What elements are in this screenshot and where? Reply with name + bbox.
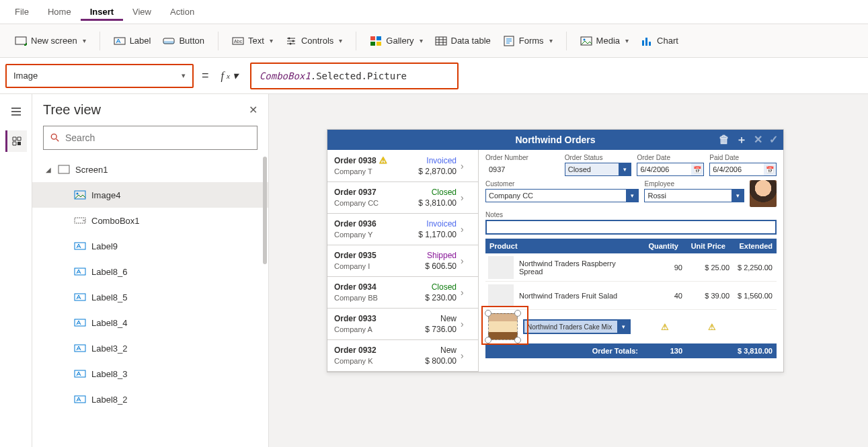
order-number: Order 0938 ⚠ — [334, 155, 414, 165]
calendar-icon: 📅 — [764, 163, 776, 175]
resize-handle[interactable] — [485, 310, 491, 317]
chevron-down-icon: ▾ — [270, 37, 273, 44]
product-row[interactable]: Northwind Traders Raspberry Spread90$ 25… — [485, 253, 777, 282]
menu-action[interactable]: Action — [161, 3, 204, 21]
tree-view-title: Tree view — [43, 102, 101, 118]
tree-item-combobox1[interactable]: ComboBox1 — [32, 208, 268, 233]
label-button[interactable]: Label — [110, 32, 155, 50]
menu-view[interactable]: View — [123, 3, 161, 21]
totals-row: Order Totals: 130 $ 3,810.00 — [485, 343, 777, 358]
tree-item-label8_5[interactable]: Label8_5 — [32, 284, 268, 310]
svg-rect-13 — [436, 37, 446, 45]
fx-button[interactable]: fx ▾ — [217, 64, 242, 88]
product-combobox[interactable]: Northwind Traders Cake Mix ▾ — [523, 319, 631, 334]
chevron-down-icon: ▾ — [617, 321, 629, 333]
controls-dropdown[interactable]: Controls ▾ — [281, 32, 346, 50]
order-status: Shipped — [425, 251, 457, 260]
plus-icon[interactable]: ＋ — [736, 134, 747, 145]
paid-date-input[interactable]: 6/4/2006 📅 — [709, 163, 777, 176]
order-amount: $ 800.00 — [425, 356, 457, 366]
notes-input[interactable] — [485, 220, 777, 235]
tree-item-label: Label8_4 — [91, 318, 128, 328]
order-status: New — [425, 314, 457, 323]
svg-rect-19 — [649, 42, 651, 46]
order-list-item[interactable]: Order 0938 ⚠Invoiced›Company T$ 2,870.00 — [327, 150, 478, 182]
screen-icon — [15, 35, 27, 47]
totals-label: Order Totals: — [485, 347, 642, 355]
menu-insert[interactable]: Insert — [81, 3, 123, 21]
tree-item-label9[interactable]: Label9 — [32, 233, 268, 259]
main-area: Tree view ✕ ◢Screen1Image4ComboBox1Label… — [0, 94, 868, 447]
tree-item-image4[interactable]: Image4 — [32, 182, 268, 208]
tree-item-label8_2[interactable]: Label8_2 — [32, 387, 268, 412]
tree-item-label8_6[interactable]: Label8_6 — [32, 259, 268, 284]
chevron-right-icon: › — [461, 350, 471, 361]
tree-item-label8_3[interactable]: Label8_3 — [32, 361, 268, 387]
order-list-item[interactable]: Order 0935Shipped›Company I$ 606.50 — [327, 245, 478, 277]
order-list-item[interactable]: Order 0937Closed›Company CC$ 3,810.00 — [327, 182, 478, 214]
gallery-dropdown[interactable]: Gallery ▾ — [366, 32, 426, 50]
resize-handle[interactable] — [514, 337, 521, 343]
menu-file[interactable]: File — [5, 3, 38, 21]
order-amount: $ 3,810.00 — [418, 198, 457, 208]
check-icon[interactable]: ✓ — [769, 134, 778, 145]
tree-item-label8_4[interactable]: Label8_4 — [32, 310, 268, 335]
formula-input[interactable]: ComboBox1.Selected.Picture — [250, 63, 459, 89]
employee-select[interactable]: Rossi ▾ — [644, 189, 744, 202]
order-list[interactable]: Order 0938 ⚠Invoiced›Company T$ 2,870.00… — [327, 150, 479, 372]
product-row[interactable]: Northwind Traders Fruit Salad40$ 39.00$ … — [485, 282, 777, 310]
treeview-rail-button[interactable] — [5, 130, 27, 152]
chart-dropdown[interactable]: Chart — [637, 32, 682, 50]
new-screen-label: New screen — [31, 36, 77, 46]
col-unit-price: Unit Price — [682, 242, 729, 250]
tree-search-input[interactable] — [65, 132, 250, 143]
order-company: Company I — [334, 262, 421, 270]
datatable-button[interactable]: Data table — [431, 32, 495, 50]
selected-image-control[interactable] — [488, 313, 518, 340]
order-list-item[interactable]: Order 0934Closed›Company BB$ 230.00 — [327, 277, 478, 309]
employee-value: Rossi — [645, 192, 669, 200]
forms-dropdown[interactable]: Forms ▾ — [499, 32, 557, 50]
scrollbar-thumb[interactable] — [263, 157, 267, 264]
chevron-down-icon: ▾ — [626, 190, 638, 202]
employee-avatar — [750, 180, 777, 207]
resize-handle[interactable] — [514, 310, 521, 317]
tree-item-label: Screen1 — [75, 165, 108, 175]
tree-item-label3_2[interactable]: Label3_2 — [32, 335, 268, 361]
chevron-down-icon: ▾ — [619, 163, 631, 175]
gallery-icon — [370, 35, 382, 47]
menu-home[interactable]: Home — [38, 3, 81, 21]
order-number-value: 0937 — [485, 163, 559, 176]
media-dropdown[interactable]: Media ▾ — [576, 32, 633, 50]
tree-search[interactable] — [43, 126, 258, 150]
resize-handle[interactable] — [485, 337, 491, 343]
totals-qty: 130 — [642, 347, 682, 355]
app-title: Northwind Orders — [515, 134, 595, 145]
svg-text:Abc: Abc — [234, 39, 243, 44]
chart-dropdown-label: Chart — [657, 36, 678, 46]
trash-icon[interactable]: 🗑 — [719, 134, 729, 145]
order-date-input[interactable]: 6/4/2006 📅 — [637, 163, 704, 176]
tree-item-label: Label8_5 — [91, 292, 128, 302]
order-list-item[interactable]: Order 0933New›Company A$ 736.00 — [327, 309, 478, 340]
customer-select[interactable]: Company CC ▾ — [485, 189, 639, 202]
paid-date-label: Paid Date — [709, 154, 777, 161]
label-icon — [74, 395, 86, 404]
property-selector[interactable]: Image ▾ — [5, 64, 194, 88]
chevron-right-icon: › — [461, 224, 471, 235]
button-button[interactable]: Button — [159, 32, 208, 50]
tree-item-label: Label9 — [91, 241, 118, 251]
design-canvas[interactable]: Northwind Orders 🗑 ＋ ✕ ✓ Order 0938 ⚠Inv… — [269, 94, 868, 447]
order-status-select[interactable]: Closed ▾ — [565, 163, 632, 176]
order-list-item[interactable]: Order 0932New›Company K$ 800.00 — [327, 340, 478, 372]
text-dropdown[interactable]: Abc Text ▾ — [228, 32, 277, 50]
close-icon[interactable]: ✕ — [249, 104, 258, 116]
cancel-icon[interactable]: ✕ — [754, 134, 762, 145]
tree-item-screen1[interactable]: ◢Screen1 — [32, 157, 268, 182]
new-screen-button[interactable]: New screen ▾ — [11, 32, 90, 50]
svg-rect-10 — [377, 36, 381, 40]
tree-item-label: Label3_2 — [91, 343, 128, 354]
hamburger-button[interactable] — [5, 101, 27, 122]
svg-point-7 — [292, 40, 294, 42]
order-list-item[interactable]: Order 0936Invoiced›Company Y$ 1,170.00 — [327, 214, 478, 245]
